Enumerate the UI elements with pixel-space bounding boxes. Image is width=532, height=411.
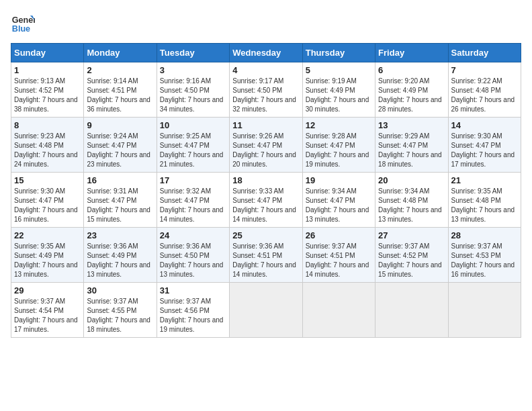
day-info: Sunrise: 9:34 AMSunset: 4:48 PMDaylight:… — [378, 187, 445, 224]
day-cell-27: 27Sunrise: 9:37 AMSunset: 4:52 PMDayligh… — [375, 228, 448, 283]
day-cell-14: 14Sunrise: 9:30 AMSunset: 4:47 PMDayligh… — [448, 118, 521, 173]
day-number: 11 — [232, 120, 299, 130]
empty-cell — [448, 283, 521, 338]
day-info: Sunrise: 9:37 AMSunset: 4:56 PMDaylight:… — [160, 297, 226, 334]
day-info: Sunrise: 9:14 AMSunset: 4:51 PMDaylight:… — [87, 77, 153, 114]
day-cell-17: 17Sunrise: 9:32 AMSunset: 4:47 PMDayligh… — [157, 173, 229, 228]
day-number: 15 — [14, 175, 81, 185]
day-number: 23 — [87, 230, 153, 240]
day-cell-9: 9Sunrise: 9:24 AMSunset: 4:47 PMDaylight… — [84, 118, 157, 173]
day-number: 13 — [378, 120, 445, 130]
day-cell-8: 8Sunrise: 9:23 AMSunset: 4:48 PMDaylight… — [11, 118, 84, 173]
day-number: 31 — [160, 285, 226, 295]
week-row-5: 29Sunrise: 9:37 AMSunset: 4:54 PMDayligh… — [11, 283, 521, 338]
day-info: Sunrise: 9:36 AMSunset: 4:49 PMDaylight:… — [87, 242, 153, 279]
header-row: SundayMondayTuesdayWednesdayThursdayFrid… — [11, 44, 521, 62]
week-row-4: 22Sunrise: 9:35 AMSunset: 4:49 PMDayligh… — [11, 228, 521, 283]
day-info: Sunrise: 9:24 AMSunset: 4:47 PMDaylight:… — [87, 132, 153, 169]
day-cell-3: 3Sunrise: 9:16 AMSunset: 4:50 PMDaylight… — [157, 62, 229, 118]
day-cell-15: 15Sunrise: 9:30 AMSunset: 4:47 PMDayligh… — [11, 173, 84, 228]
day-number: 24 — [160, 230, 226, 240]
day-number: 17 — [160, 175, 226, 185]
calendar-table: SundayMondayTuesdayWednesdayThursdayFrid… — [11, 43, 521, 338]
day-info: Sunrise: 9:31 AMSunset: 4:47 PMDaylight:… — [87, 187, 153, 224]
day-number: 16 — [87, 175, 153, 185]
day-number: 29 — [14, 285, 81, 295]
day-number: 27 — [378, 230, 445, 240]
day-info: Sunrise: 9:37 AMSunset: 4:55 PMDaylight:… — [87, 297, 153, 334]
day-number: 7 — [451, 65, 518, 75]
svg-text:Blue: Blue — [12, 24, 30, 34]
column-header-wednesday: Wednesday — [230, 44, 302, 62]
day-cell-22: 22Sunrise: 9:35 AMSunset: 4:49 PMDayligh… — [11, 228, 84, 283]
day-cell-23: 23Sunrise: 9:36 AMSunset: 4:49 PMDayligh… — [84, 228, 157, 283]
day-info: Sunrise: 9:22 AMSunset: 4:48 PMDaylight:… — [451, 77, 518, 114]
column-header-saturday: Saturday — [448, 44, 521, 62]
day-info: Sunrise: 9:16 AMSunset: 4:50 PMDaylight:… — [160, 77, 226, 114]
day-number: 1 — [14, 65, 81, 75]
week-row-1: 1Sunrise: 9:13 AMSunset: 4:52 PMDaylight… — [11, 62, 521, 118]
day-number: 20 — [378, 175, 445, 185]
week-row-2: 8Sunrise: 9:23 AMSunset: 4:48 PMDaylight… — [11, 118, 521, 173]
day-cell-18: 18Sunrise: 9:33 AMSunset: 4:47 PMDayligh… — [230, 173, 302, 228]
logo: General Blue — [11, 11, 38, 35]
day-cell-1: 1Sunrise: 9:13 AMSunset: 4:52 PMDaylight… — [11, 62, 84, 118]
column-header-friday: Friday — [375, 44, 448, 62]
empty-cell — [302, 283, 375, 338]
day-info: Sunrise: 9:19 AMSunset: 4:49 PMDaylight:… — [306, 77, 372, 114]
empty-cell — [230, 283, 302, 338]
day-info: Sunrise: 9:30 AMSunset: 4:47 PMDaylight:… — [451, 132, 518, 169]
day-info: Sunrise: 9:37 AMSunset: 4:53 PMDaylight:… — [451, 242, 518, 279]
day-info: Sunrise: 9:35 AMSunset: 4:49 PMDaylight:… — [14, 242, 81, 279]
day-info: Sunrise: 9:37 AMSunset: 4:54 PMDaylight:… — [14, 297, 81, 334]
day-cell-25: 25Sunrise: 9:36 AMSunset: 4:51 PMDayligh… — [230, 228, 302, 283]
day-cell-4: 4Sunrise: 9:17 AMSunset: 4:50 PMDaylight… — [230, 62, 302, 118]
column-header-tuesday: Tuesday — [157, 44, 229, 62]
day-number: 5 — [306, 65, 372, 75]
day-cell-10: 10Sunrise: 9:25 AMSunset: 4:47 PMDayligh… — [157, 118, 229, 173]
day-cell-19: 19Sunrise: 9:34 AMSunset: 4:47 PMDayligh… — [302, 173, 375, 228]
day-number: 30 — [87, 285, 153, 295]
column-header-sunday: Sunday — [11, 44, 84, 62]
day-info: Sunrise: 9:17 AMSunset: 4:50 PMDaylight:… — [232, 77, 299, 114]
day-number: 10 — [160, 120, 226, 130]
day-info: Sunrise: 9:26 AMSunset: 4:47 PMDaylight:… — [232, 132, 299, 169]
day-cell-24: 24Sunrise: 9:36 AMSunset: 4:50 PMDayligh… — [157, 228, 229, 283]
day-cell-6: 6Sunrise: 9:20 AMSunset: 4:49 PMDaylight… — [375, 62, 448, 118]
day-cell-7: 7Sunrise: 9:22 AMSunset: 4:48 PMDaylight… — [448, 62, 521, 118]
day-number: 3 — [160, 65, 226, 75]
day-number: 25 — [232, 230, 299, 240]
day-info: Sunrise: 9:29 AMSunset: 4:47 PMDaylight:… — [378, 132, 445, 169]
day-info: Sunrise: 9:20 AMSunset: 4:49 PMDaylight:… — [378, 77, 445, 114]
day-info: Sunrise: 9:32 AMSunset: 4:47 PMDaylight:… — [160, 187, 226, 224]
day-cell-12: 12Sunrise: 9:28 AMSunset: 4:47 PMDayligh… — [302, 118, 375, 173]
day-number: 14 — [451, 120, 518, 130]
day-cell-30: 30Sunrise: 9:37 AMSunset: 4:55 PMDayligh… — [84, 283, 157, 338]
day-info: Sunrise: 9:35 AMSunset: 4:48 PMDaylight:… — [451, 187, 518, 224]
day-info: Sunrise: 9:23 AMSunset: 4:48 PMDaylight:… — [14, 132, 81, 169]
empty-cell — [375, 283, 448, 338]
day-info: Sunrise: 9:37 AMSunset: 4:51 PMDaylight:… — [306, 242, 372, 279]
page-header: General Blue — [11, 11, 521, 35]
day-number: 28 — [451, 230, 518, 240]
day-cell-5: 5Sunrise: 9:19 AMSunset: 4:49 PMDaylight… — [302, 62, 375, 118]
day-number: 4 — [232, 65, 299, 75]
day-number: 8 — [14, 120, 81, 130]
day-number: 6 — [378, 65, 445, 75]
day-number: 2 — [87, 65, 153, 75]
column-header-thursday: Thursday — [302, 44, 375, 62]
day-number: 18 — [232, 175, 299, 185]
column-header-monday: Monday — [84, 44, 157, 62]
day-info: Sunrise: 9:36 AMSunset: 4:51 PMDaylight:… — [232, 242, 299, 279]
day-number: 26 — [306, 230, 372, 240]
logo-icon: General Blue — [11, 11, 35, 35]
day-info: Sunrise: 9:37 AMSunset: 4:52 PMDaylight:… — [378, 242, 445, 279]
day-info: Sunrise: 9:13 AMSunset: 4:52 PMDaylight:… — [14, 77, 81, 114]
day-info: Sunrise: 9:28 AMSunset: 4:47 PMDaylight:… — [306, 132, 372, 169]
day-info: Sunrise: 9:34 AMSunset: 4:47 PMDaylight:… — [306, 187, 372, 224]
day-number: 9 — [87, 120, 153, 130]
day-cell-13: 13Sunrise: 9:29 AMSunset: 4:47 PMDayligh… — [375, 118, 448, 173]
day-number: 22 — [14, 230, 81, 240]
day-cell-26: 26Sunrise: 9:37 AMSunset: 4:51 PMDayligh… — [302, 228, 375, 283]
day-cell-31: 31Sunrise: 9:37 AMSunset: 4:56 PMDayligh… — [157, 283, 229, 338]
